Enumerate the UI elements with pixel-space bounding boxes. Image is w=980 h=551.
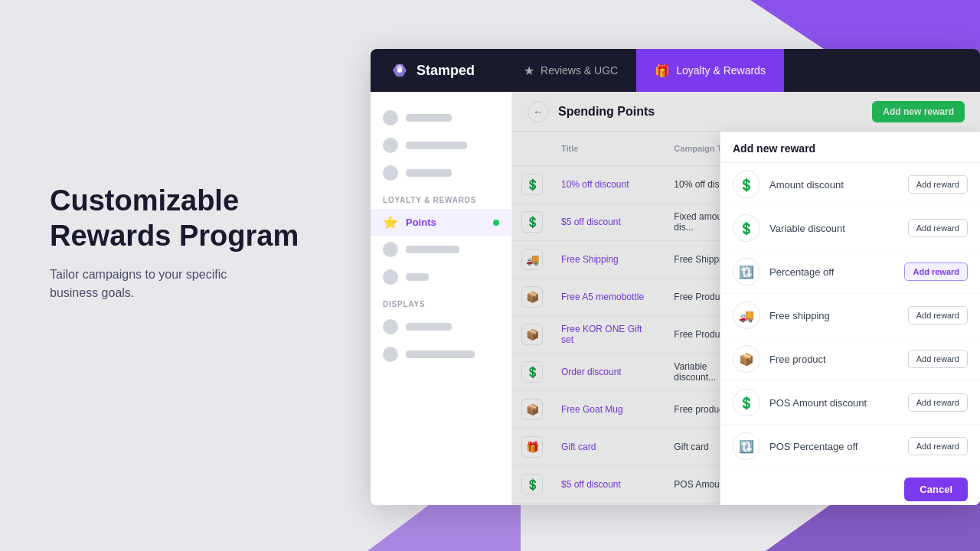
- sidebar-placeholder-4: [371, 236, 511, 263]
- logo-text: Stamped: [416, 63, 475, 79]
- content-area: ← Spending Points Add new reward Title C…: [512, 92, 980, 505]
- top-nav: Stamped ★ Reviews & UGC 🎁 Loyalty & Rewa…: [371, 49, 980, 92]
- stamped-logo-icon: [389, 60, 410, 81]
- modal-item-label: POS Amount discount: [769, 397, 899, 409]
- modal-item-label: POS Percentage off: [769, 441, 899, 452]
- modal-overlay[interactable]: Add new reward 💲 Amount discount Add rew…: [512, 92, 980, 505]
- sidebar-placeholder-3: [371, 159, 511, 187]
- modal-add-reward-button[interactable]: Add reward: [908, 306, 968, 324]
- modal-item-icon: 🚚: [733, 302, 760, 329]
- sidebar-bar-6: [406, 323, 452, 331]
- modal-reward-item: 💲 Amount discount Add reward: [720, 163, 980, 207]
- sidebar-dot-1: [383, 110, 398, 126]
- modal-title: Add new reward: [720, 132, 980, 163]
- svg-point-0: [397, 68, 402, 73]
- active-status-dot: [493, 220, 499, 226]
- nav-tab-reviews-label: Reviews & UGC: [541, 64, 618, 77]
- sidebar-bar-1: [406, 114, 452, 122]
- sidebar-loyalty-section: LOYALTY & REWARDS: [371, 187, 511, 209]
- sidebar-dot-2: [383, 138, 398, 153]
- modal-item-label: Amount discount: [769, 179, 899, 191]
- sidebar-dot-6: [383, 319, 398, 334]
- sidebar-dot-4: [383, 242, 398, 257]
- nav-tabs: ★ Reviews & UGC 🎁 Loyalty & Rewards: [505, 49, 784, 92]
- modal-panel: Add new reward 💲 Amount discount Add rew…: [720, 132, 980, 505]
- sidebar-bar-5: [406, 273, 429, 281]
- modal-item-icon: 💲: [733, 214, 760, 242]
- modal-reward-item: 🔃 POS Percentage off Add reward: [720, 425, 980, 468]
- modal-add-reward-button[interactable]: Add reward: [908, 350, 968, 368]
- modal-item-icon: 💲: [733, 389, 760, 416]
- modal-footer: Cancel: [720, 468, 980, 505]
- sidebar-displays-section: DISPLAYS: [371, 291, 511, 313]
- modal-add-reward-button[interactable]: Add reward: [908, 219, 968, 237]
- app-window: Stamped ★ Reviews & UGC 🎁 Loyalty & Rewa…: [371, 49, 980, 505]
- sidebar-placeholder-2: [371, 132, 511, 159]
- modal-item-label: Free product: [769, 354, 899, 365]
- nav-tab-loyalty-label: Loyalty & Rewards: [676, 64, 766, 77]
- sidebar-bar-2: [406, 142, 467, 149]
- sidebar-placeholder-6: [371, 313, 511, 341]
- sidebar-item-points-label: Points: [406, 217, 436, 228]
- nav-logo: Stamped: [371, 60, 493, 81]
- main-layout: LOYALTY & REWARDS ⭐ Points DISPLAYS: [371, 92, 980, 505]
- left-heading: CustomizableRewards Program: [50, 184, 325, 253]
- nav-tab-reviews[interactable]: ★ Reviews & UGC: [505, 49, 636, 92]
- modal-item-label: Percentage off: [769, 266, 895, 278]
- modal-add-reward-button[interactable]: Add reward: [904, 262, 968, 281]
- sidebar-placeholder-1: [371, 104, 511, 132]
- modal-add-reward-button[interactable]: Add reward: [908, 437, 968, 455]
- modal-add-reward-button[interactable]: Add reward: [908, 393, 968, 412]
- sidebar-bar-7: [406, 350, 475, 358]
- points-icon: ⭐: [383, 215, 398, 230]
- sidebar-dot-5: [383, 269, 398, 285]
- modal-reward-item: 🔃 Percentage off Add reward: [720, 250, 980, 294]
- modal-reward-item: 🚚 Free shipping Add reward: [720, 294, 980, 337]
- cancel-button[interactable]: Cancel: [904, 478, 968, 501]
- sidebar-dot-3: [383, 165, 398, 181]
- modal-reward-item: 💲 Variable discount Add reward: [720, 207, 980, 250]
- sidebar-placeholder-5: [371, 263, 511, 291]
- modal-item-icon: 📦: [733, 345, 760, 373]
- left-panel: CustomizableRewards Program Tailor campa…: [50, 184, 325, 302]
- modal-item-icon: 🔃: [733, 432, 760, 460]
- nav-tab-loyalty[interactable]: 🎁 Loyalty & Rewards: [636, 49, 784, 92]
- left-subtext: Tailor campaigns to your specificbusines…: [50, 266, 325, 302]
- sidebar-bar-3: [406, 169, 452, 177]
- modal-item-icon: 💲: [733, 171, 760, 198]
- loyalty-icon: 🎁: [655, 64, 670, 78]
- modal-item-label: Variable discount: [769, 223, 899, 234]
- sidebar-dot-7: [383, 347, 398, 362]
- modal-item-label: Free shipping: [769, 310, 899, 321]
- modal-item-icon: 🔃: [733, 258, 760, 285]
- modal-add-reward-button[interactable]: Add reward: [908, 175, 968, 194]
- reviews-icon: ★: [524, 64, 534, 78]
- sidebar-bar-4: [406, 246, 459, 253]
- sidebar: LOYALTY & REWARDS ⭐ Points DISPLAYS: [371, 92, 512, 505]
- modal-reward-item: 💲 POS Amount discount Add reward: [720, 381, 980, 425]
- sidebar-placeholder-7: [371, 341, 511, 368]
- modal-reward-item: 📦 Free product Add reward: [720, 337, 980, 381]
- modal-items: 💲 Amount discount Add reward 💲 Variable …: [720, 163, 980, 468]
- sidebar-item-points[interactable]: ⭐ Points: [371, 209, 511, 236]
